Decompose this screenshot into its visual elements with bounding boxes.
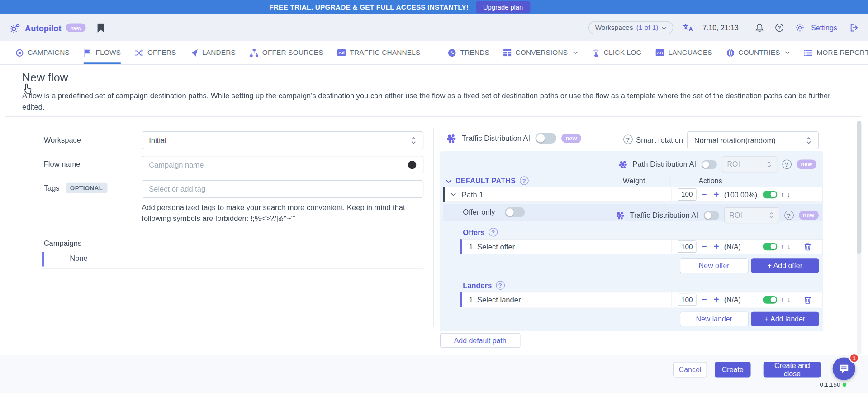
offer-row[interactable]: 1. Select offer − + (N/A) ↑ ↓ [460,239,823,254]
path-traffic-ai-row: Traffic Distribution AI ROI ? new [616,207,819,223]
weight-input[interactable] [678,188,697,201]
offer-controls: − + (N/A) ↑ ↓ [672,240,812,254]
app-header: Autopilot new Workspaces (1 of 1) A 7.10… [0,14,868,41]
brand-title[interactable]: Autopilot [25,23,62,33]
chevron-down-icon[interactable] [451,193,456,196]
add-offer-button[interactable]: + Add offer [751,258,819,273]
traffic-ai-toggle[interactable] [703,211,719,220]
translate-icon[interactable]: A [683,24,693,32]
weight-column-header: Weight [623,177,645,185]
select-chevrons-icon [411,136,416,144]
traffic-ai-toggle[interactable] [535,133,556,144]
roi-select[interactable]: ROI [724,207,779,223]
minus-icon[interactable]: − [700,295,709,304]
tab-countries[interactable]: COUNTRIES [726,41,790,64]
lander-enabled-toggle[interactable] [763,296,777,304]
flow-color-dot[interactable] [408,160,416,168]
tab-click-log[interactable]: CLICK LOG [592,41,642,64]
plus-icon[interactable]: + [712,242,721,251]
tab-flows[interactable]: FLOWS [84,41,121,64]
weight-input[interactable] [678,294,697,306]
smart-rotation-help-icon[interactable]: ? [623,134,633,144]
bookmark-icon[interactable] [97,23,104,33]
plus-icon[interactable]: + [712,190,721,199]
minus-icon[interactable]: − [700,242,709,251]
default-paths-label: DEFAULT PATHS [455,177,516,185]
form-panel-divider [433,127,434,327]
chevron-down-icon [446,176,451,186]
offers-help-icon[interactable]: ? [489,228,498,237]
offer-enabled-toggle[interactable] [763,243,777,250]
tab-label: TRAFFIC CHANNELS [350,49,420,57]
workspace-select[interactable]: Initial [142,131,423,149]
default-paths-header[interactable]: DEFAULT PATHS ? [446,176,528,186]
path-enabled-toggle[interactable] [763,191,777,198]
trash-icon[interactable] [804,242,811,250]
campaigns-icon [15,48,24,57]
tab-offers[interactable]: OFFERS [135,41,176,64]
create-button[interactable]: Create [715,362,751,377]
tab-offer-sources[interactable]: OFFER SOURCES [250,41,323,64]
roi-select[interactable]: ROI [721,156,777,172]
workspaces-dropdown[interactable]: Workspaces (1 of 1) [588,21,673,34]
version-text: 0.1.150 [820,381,846,388]
new-lander-button[interactable]: New lander [680,312,749,326]
tab-campaigns[interactable]: CAMPAIGNS [15,41,70,64]
path-ai-toggle[interactable] [701,160,716,169]
create-and-close-button[interactable]: Create and close [764,362,821,377]
move-down-icon[interactable]: ↓ [787,243,790,250]
offer-only-toggle[interactable] [505,207,525,217]
tags-input[interactable] [149,181,416,197]
add-default-path-button[interactable]: Add default path [440,333,520,348]
path-row[interactable]: Path 1 − + (100.00%) ↑ ↓ [443,187,823,202]
flow-name-input[interactable] [149,156,408,173]
select-chevrons-icon [767,161,772,168]
actions-column-header: Actions [698,177,722,185]
new-offer-button[interactable]: New offer [680,258,749,273]
traffic-ai-row: Traffic Distribution AI new [446,133,581,144]
tab-trends[interactable]: TRENDS [448,41,489,64]
flow-name-field-wrap [142,156,423,173]
tags-optional-badge: OPTIONAL [66,183,107,193]
main-nav: CAMPAIGNSFLOWSOFFERSLANDERSOFFER SOURCES… [0,41,868,65]
tab-conversions[interactable]: CONVERSIONS [503,41,578,64]
move-up-icon[interactable]: ↑ [781,191,784,198]
default-paths-help-icon[interactable]: ? [520,176,529,185]
divider [5,116,861,117]
campaigns-divider [42,268,423,268]
weight-percent: (N/A) [724,242,759,250]
logout-icon[interactable] [850,23,859,32]
move-up-icon[interactable]: ↑ [781,243,784,250]
cancel-button[interactable]: Cancel [673,362,707,377]
paths-panel: Path Distribution AI ROI ? new DEFAULT P… [440,151,823,331]
move-down-icon[interactable]: ↓ [787,296,790,304]
tab-traffic-channels[interactable]: AdTRAFFIC CHANNELS [337,41,420,64]
gears-logo-icon [10,23,20,33]
lander-row[interactable]: 1. Select lander − + (N/A) ↑ ↓ [460,292,823,307]
offer-row-label: 1. Select offer [469,242,515,250]
move-up-icon[interactable]: ↑ [781,296,784,304]
smart-rotation-select[interactable]: Normal rotation(random) [687,131,819,149]
bell-icon[interactable] [755,23,764,33]
scrollbar-thumb[interactable] [857,121,862,254]
landers-help-icon[interactable]: ? [496,281,505,290]
plus-icon[interactable]: + [712,295,721,304]
move-down-icon[interactable]: ↓ [787,191,790,198]
add-lander-button[interactable]: + Add lander [751,312,819,326]
trash-icon[interactable] [804,296,811,304]
new-badge: new [798,211,819,220]
path-ai-help-icon[interactable]: ? [782,159,792,169]
settings-link[interactable]: Settings [811,24,837,32]
upgrade-plan-button[interactable]: Upgrade plan [476,1,530,13]
path-name: Path 1 [462,190,484,198]
gear-icon[interactable] [796,23,805,32]
tab-landers[interactable]: LANDERS [190,41,236,64]
tab-languages[interactable]: ABLANGUAGES [655,41,712,64]
tab-more-reports[interactable]: MORE REPORTS [804,41,868,64]
weight-input[interactable] [678,240,697,253]
help-icon[interactable]: ? [775,23,784,32]
minus-icon[interactable]: − [700,190,709,199]
tab-label: MORE REPORTS [816,49,868,57]
traffic-ai-help-icon[interactable]: ? [784,211,794,220]
tags-field-wrap [142,180,423,198]
